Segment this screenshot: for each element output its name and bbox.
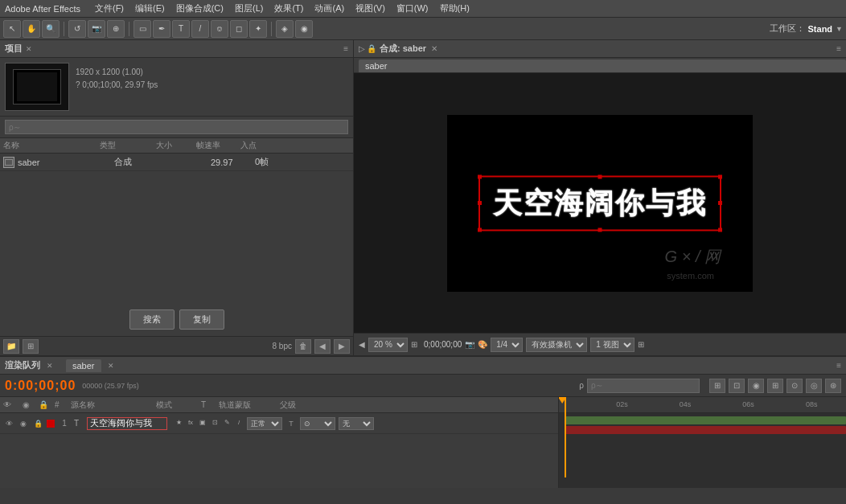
menu-effect[interactable]: 效果(T) [274, 2, 303, 14]
timeline-saber-tab[interactable]: saber [66, 359, 101, 372]
composition-header: ▷ 🔒 合成: saber ✕ ≡ [354, 40, 846, 58]
tool-rect[interactable]: ▭ [133, 20, 151, 38]
tl-btn-4[interactable]: ⊞ [767, 379, 783, 393]
new-comp-icon[interactable]: ⊞ [23, 339, 39, 354]
menu-window[interactable]: 窗口(W) [396, 2, 429, 14]
layer-table-header: 👁 ◉ 🔒 # 源名称 模式 T 轨道蒙版 父级 [0, 397, 558, 413]
tool-extra2[interactable]: ◉ [295, 20, 313, 38]
layer-lock-btn[interactable]: 🔒 [32, 418, 43, 429]
preview-resolution: 1920 x 1200 (1.00) [76, 66, 158, 79]
layer-extra-controls: ★ fx ▣ ⊡ ✎ / [174, 419, 244, 428]
menu-view[interactable]: 视图(V) [355, 2, 385, 14]
view-select[interactable]: 1 视图 [590, 338, 634, 352]
color-picker-icon[interactable]: 🎨 [478, 340, 487, 349]
tl-btn-7[interactable]: ⊛ [825, 379, 841, 393]
layer-name-input[interactable] [87, 417, 167, 430]
copy-button[interactable]: 复制 [179, 309, 224, 330]
comp-lock-icon: 🔒 [367, 44, 376, 53]
tl-btn-3[interactable]: ◉ [748, 379, 764, 393]
menu-help[interactable]: 帮助(H) [440, 2, 470, 14]
file-name-saber: saber [18, 158, 114, 167]
tool-rotate[interactable]: ↺ [68, 20, 86, 38]
layer-track-matte-select[interactable]: ⊙ [300, 417, 335, 430]
time-ruler: 02s 04s 06s 08s [559, 397, 846, 413]
menu-layer[interactable]: 图层(L) [235, 2, 263, 14]
viewer-prev-btn[interactable]: ◀ [359, 340, 365, 349]
lc-fx[interactable]: fx [186, 419, 195, 428]
tool-eraser[interactable]: ◻ [230, 20, 248, 38]
tool-camera[interactable]: 📷 [88, 20, 105, 38]
preview-thumbnail [5, 63, 69, 111]
fit-screen-icon[interactable]: ⊞ [411, 340, 417, 349]
preview-info: 1920 x 1200 (1.00) ? 0;00;10;00, 29.97 f… [76, 63, 158, 111]
tool-select[interactable]: ↖ [3, 20, 21, 38]
quality-select[interactable]: 1/4 [491, 338, 523, 352]
tool-puppet[interactable]: ✦ [249, 20, 267, 38]
menu-animation[interactable]: 动画(A) [314, 2, 344, 14]
saber-tab-close[interactable]: ✕ [108, 362, 114, 370]
grid-icon[interactable]: ⊞ [638, 340, 644, 349]
tl-btn-6[interactable]: ◎ [806, 379, 822, 393]
lc-star[interactable]: ★ [174, 419, 183, 428]
lh-num: # [55, 400, 66, 409]
tool-pen[interactable]: ✒ [153, 20, 170, 38]
lc-motion-blur[interactable]: ▣ [198, 419, 207, 428]
new-folder-icon[interactable]: 📁 [3, 339, 19, 354]
layer-mode-select[interactable]: 正常 [247, 417, 282, 430]
time-mark-02s: 02s [616, 400, 628, 408]
tool-text[interactable]: T [172, 20, 190, 38]
tool-brush[interactable]: / [191, 20, 209, 38]
comp-icon: ▷ [359, 44, 365, 53]
time-mark-04s: 04s [680, 400, 692, 408]
tl-btn-1[interactable]: ⊞ [709, 379, 725, 393]
lc-slash[interactable]: / [234, 419, 244, 428]
comp-header-label: 合成: saber [380, 43, 426, 55]
project-search-input[interactable] [5, 120, 348, 134]
menu-file[interactable]: 文件(F) [95, 2, 124, 14]
prev-icon[interactable]: ◀ [314, 339, 331, 354]
comp-header-menu[interactable]: ≡ [836, 44, 841, 53]
handle-bottom-mid [598, 227, 602, 232]
main-area: 项目 ✕ ≡ 1920 x 1200 (1.00) ? 0;00;10;00, … [0, 40, 846, 355]
tl-btn-5[interactable]: ⊙ [786, 379, 803, 393]
tool-hand[interactable]: ✋ [23, 20, 40, 38]
zoom-select[interactable]: 20 % [368, 338, 408, 352]
time-mark-08s: 08s [806, 400, 818, 408]
trash-icon[interactable]: 🗑 [295, 339, 311, 354]
next-icon[interactable]: ▶ [334, 339, 350, 354]
comp-tab-saber[interactable]: saber [359, 59, 846, 72]
tool-zoom[interactable]: 🔍 [42, 20, 60, 38]
menu-composition[interactable]: 图像合成(C) [176, 2, 224, 14]
tool-extra1[interactable]: ◈ [276, 20, 294, 38]
lc-3d[interactable]: ⊡ [210, 419, 220, 428]
layer-number: 1 [58, 419, 71, 428]
tl-btn-2[interactable]: ⊡ [729, 379, 745, 393]
file-type-saber: 合成 [114, 156, 170, 168]
bpc-label: 8 bpc [273, 342, 292, 350]
comp-close-icon[interactable]: ✕ [431, 44, 437, 53]
layer-solo-btn[interactable]: ◉ [18, 418, 29, 429]
time-mark-06s: 06s [742, 400, 754, 408]
workspace-dropdown-icon[interactable]: ▼ [836, 25, 843, 33]
menu-edit[interactable]: 编辑(E) [135, 2, 165, 14]
project-menu-icon[interactable]: ≡ [343, 44, 348, 53]
workspace-text: 工作区： [770, 23, 805, 35]
layer-t-icon[interactable]: T [285, 418, 297, 429]
tool-anchor[interactable]: ⊕ [107, 20, 125, 38]
file-row-saber[interactable]: saber 合成 29.97 0帧 [0, 154, 353, 171]
layer-eye-btn[interactable]: 👁 [3, 418, 14, 429]
playhead-line [565, 413, 566, 477]
render-queue-close[interactable]: ✕ [47, 362, 53, 370]
timeline-menu[interactable]: ≡ [836, 361, 841, 370]
camera-select[interactable]: 有效摄像机 [526, 338, 587, 352]
layer-parent-select[interactable]: 无 [339, 417, 374, 430]
timeline-search-input[interactable] [587, 379, 700, 393]
workspace-label: 工作区： Stand ▼ [770, 23, 843, 35]
camera-icon[interactable]: 📷 [465, 340, 474, 349]
lc-note[interactable]: ✎ [222, 419, 232, 428]
time-display[interactable]: 0:00;00;00 [5, 379, 76, 393]
tool-clone[interactable]: ⎊ [211, 20, 228, 38]
search-button[interactable]: 搜索 [129, 309, 175, 330]
viewer-controls: ◀ 20 % ⊞ 0;00;00;00 📷 🎨 1/4 有效摄像机 1 视图 ⊞ [354, 333, 846, 355]
project-close-btn[interactable]: ✕ [26, 45, 32, 53]
